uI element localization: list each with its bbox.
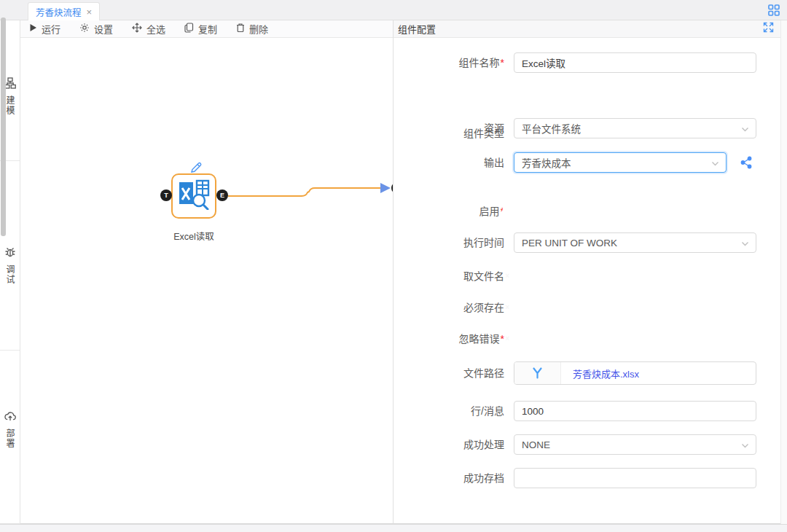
output-select-value: 芳香炔成本 <box>522 155 571 170</box>
settings-button[interactable]: 设置 <box>79 22 113 36</box>
panel-title: 组件配置 <box>398 22 436 36</box>
delete-button-label: 删除 <box>249 22 268 36</box>
config-panel-header: 组件配置 <box>394 20 781 38</box>
tab-close-icon[interactable]: × <box>87 7 93 17</box>
output-label: 输出 <box>394 152 504 173</box>
execution-time-select-value: PER UNIT OF WORK <box>522 238 617 249</box>
settings-button-label: 设置 <box>94 22 113 36</box>
share-icon[interactable] <box>740 156 753 169</box>
run-button[interactable]: 运行 <box>29 22 60 36</box>
sidebar-divider <box>0 350 20 351</box>
select-all-button[interactable]: 全选 <box>132 22 165 36</box>
toggle-knob <box>515 271 525 281</box>
layout-grid-icon[interactable] <box>767 4 780 17</box>
required-mark: * <box>501 333 504 345</box>
execution-time-select[interactable]: PER UNIT OF WORK <box>514 232 756 253</box>
deploy-cloud-icon <box>4 410 16 425</box>
node-input-port[interactable]: T <box>160 189 172 201</box>
node-output-port[interactable]: E <box>216 189 228 201</box>
canvas-area: 运行 设置 全选 复制 删除 <box>20 20 393 524</box>
success-handling-select-value: NONE <box>522 439 550 450</box>
move-cross-icon <box>132 23 142 35</box>
enabled-label: 启用* <box>394 205 504 218</box>
sidebar-item-deploy[interactable]: 部署 <box>0 410 20 449</box>
resource-label: 资源 <box>394 118 504 138</box>
success-archive-label: 成功存档 <box>394 468 504 488</box>
config-form: 组件名称* 组件类型 Excel File Reader 资源 平台文件系统 输… <box>394 38 781 524</box>
run-button-label: 运行 <box>42 22 60 36</box>
gear-icon <box>79 23 90 35</box>
copy-button-label: 复制 <box>198 22 217 36</box>
file-path-label: 文件路径 <box>394 361 504 385</box>
excel-reader-node[interactable] <box>171 173 216 219</box>
copy-button[interactable]: 复制 <box>184 22 217 36</box>
sidebar-item-deploy-label: 部署 <box>4 429 16 449</box>
output-select[interactable]: 芳香炔成本 <box>514 152 727 173</box>
toggle-knob <box>502 206 512 216</box>
flow-canvas[interactable]: T E Excel读取 <box>20 38 393 523</box>
tab-bar: 芳香炔流程 × <box>0 0 787 20</box>
cross-mark-icon: × <box>505 301 509 314</box>
toggle-knob <box>515 334 525 344</box>
success-handling-label: 成功处理 <box>394 434 504 455</box>
component-name-input[interactable] <box>514 52 756 73</box>
delete-button[interactable]: 删除 <box>236 22 268 36</box>
rows-per-message-label: 行/消息 <box>394 401 504 421</box>
expand-icon[interactable] <box>763 22 774 36</box>
select-all-button-label: 全选 <box>146 22 165 36</box>
connection-wire <box>20 38 393 523</box>
chevron-down-icon <box>741 239 749 250</box>
sidebar-item-debug-label: 调试 <box>4 265 16 285</box>
chevron-down-icon <box>741 125 749 136</box>
tab-flow-label: 芳香炔流程 <box>36 5 82 19</box>
sidebar-item-debug[interactable]: 调试 <box>0 246 20 285</box>
horizontal-scrollbar[interactable] <box>0 524 787 532</box>
ignore-errors-label: 忽略错误* <box>394 332 504 345</box>
chevron-down-icon <box>741 441 749 452</box>
file-path-link[interactable]: 芳香炔成本.xlsx <box>561 362 756 384</box>
branch-picker-icon[interactable] <box>514 362 561 384</box>
toggle-knob <box>515 302 525 313</box>
bug-icon <box>4 246 16 261</box>
required-mark: * <box>501 57 504 69</box>
execution-time-label: 执行时间 <box>394 232 504 253</box>
chevron-down-icon <box>711 159 719 170</box>
tab-flow[interactable]: 芳香炔流程 × <box>28 2 100 20</box>
resource-select-value: 平台文件系统 <box>522 121 581 136</box>
trash-icon <box>236 23 245 35</box>
app-window: 芳香炔流程 × 建模 调试 部署 <box>0 0 787 532</box>
success-handling-select[interactable]: NONE <box>514 434 756 455</box>
component-name-label: 组件名称* <box>394 52 504 73</box>
excel-file-icon <box>177 179 211 213</box>
canvas-toolbar: 运行 设置 全选 复制 删除 <box>20 20 393 38</box>
play-icon <box>29 23 37 34</box>
config-panel: 组件配置 组件名称* 组件类型 Excel File Reader 资源 平台文… <box>393 20 780 524</box>
vertical-scrollbar[interactable] <box>780 20 787 524</box>
node-label: Excel读取 <box>157 229 230 243</box>
take-filename-label: 取文件名 <box>394 270 504 283</box>
must-exist-label: 必须存在 <box>394 301 504 314</box>
edit-pencil-icon[interactable] <box>189 160 203 175</box>
check-mark-icon: ✓ <box>517 205 523 218</box>
rows-per-message-input[interactable] <box>514 401 756 421</box>
copy-icon <box>184 23 194 35</box>
cross-mark-icon: × <box>505 332 509 345</box>
wire-arrowhead <box>380 183 391 193</box>
file-path-field: 芳香炔成本.xlsx <box>514 361 756 385</box>
vertical-scrollbar-thumb[interactable] <box>1 17 6 236</box>
cross-mark-icon: × <box>505 270 509 283</box>
resource-select[interactable]: 平台文件系统 <box>514 118 756 138</box>
success-archive-input[interactable] <box>514 468 756 488</box>
